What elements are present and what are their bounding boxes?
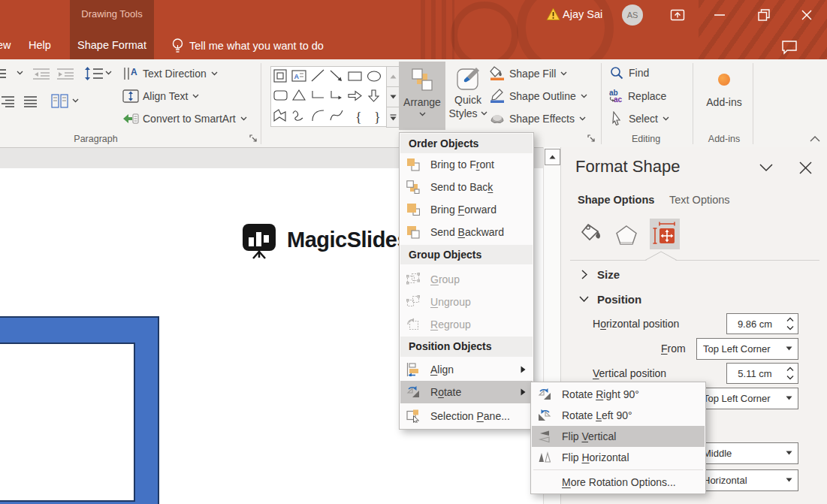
size-properties-tab-icon[interactable]: [650, 219, 680, 249]
select-button[interactable]: Select: [610, 111, 669, 125]
lightbulb-icon: [171, 38, 185, 54]
pane-close-icon[interactable]: [799, 161, 812, 174]
spin-up-icon[interactable]: [786, 367, 794, 372]
menu-item-rotate[interactable]: Rotate: [400, 381, 533, 403]
tab-pointer: [645, 251, 677, 261]
effects-tab-icon[interactable]: [615, 225, 638, 246]
user-name[interactable]: Ajay Sai: [563, 8, 602, 20]
arrow-down-shape: [369, 90, 379, 101]
size-section-header[interactable]: Size: [597, 268, 620, 281]
menu-item-ungroup[interactable]: Ungroup: [400, 291, 533, 313]
menu-item-more-rotation-options[interactable]: More Rotation Options...: [532, 472, 705, 492]
align-right-icon[interactable]: [2, 95, 15, 107]
menu-item-selection-pane[interactable]: Selection Pane...: [400, 405, 533, 427]
size-section-chevron-icon[interactable]: [581, 270, 587, 279]
paragraph-dialog-launcher[interactable]: [249, 134, 258, 143]
pane-collapse-icon[interactable]: [759, 164, 773, 172]
line-spacing-icon[interactable]: [84, 66, 104, 81]
spin-down-icon[interactable]: [786, 325, 794, 330]
replace-button[interactable]: abac Replace: [608, 89, 666, 103]
menu-item-regroup[interactable]: Regroup: [400, 313, 533, 336]
close-button[interactable]: [799, 8, 814, 23]
menu-separator: [533, 469, 703, 470]
ribbon-display-options-button[interactable]: [670, 8, 685, 23]
chevron-down-icon[interactable]: [17, 71, 23, 75]
magicslides-logo-icon: [242, 223, 278, 259]
dropdown-arrow-icon: [786, 396, 792, 400]
minimize-button[interactable]: [712, 8, 727, 23]
menu-item-flip-vertical[interactable]: Flip Vertical: [532, 426, 705, 447]
tab-shape-format[interactable]: Shape Format: [70, 39, 154, 51]
menu-item-send-to-back[interactable]: Send to Back: [400, 176, 533, 198]
shape-fill-button[interactable]: Shape Fill: [490, 66, 567, 80]
convert-to-smartart-button[interactable]: Convert to SmartArt: [122, 111, 247, 126]
position-section-header[interactable]: Position: [597, 293, 641, 306]
menu-item-rotate-left-90[interactable]: Rotate Left 90°: [532, 405, 705, 426]
selection-pane-icon: [406, 409, 420, 423]
comments-icon[interactable]: [781, 40, 798, 55]
numbering-icon[interactable]: [0, 67, 14, 80]
svg-text:ac: ac: [614, 95, 623, 103]
menu-item-group[interactable]: Group: [400, 268, 533, 291]
shape-effects-button[interactable]: Shape Effects: [490, 111, 586, 125]
position-section-chevron-icon[interactable]: [579, 296, 589, 302]
tab-help[interactable]: Help: [29, 39, 51, 51]
position-objects-header: Position Objects: [400, 337, 533, 357]
warning-icon[interactable]: [546, 8, 560, 21]
smartart-icon: [122, 111, 139, 126]
text-direction-button[interactable]: A Text Direction: [122, 66, 218, 81]
horizontal-position-input[interactable]: 9.86 cm: [726, 313, 798, 334]
vertical-alignment-dropdown[interactable]: Middle: [696, 442, 798, 464]
frame-shape: [274, 70, 286, 82]
tab-text-options[interactable]: Text Options: [669, 194, 730, 206]
arrange-button[interactable]: Arrange: [399, 62, 445, 130]
group-objects-header: Group Objects: [400, 245, 533, 264]
align-text-icon: [122, 89, 139, 104]
columns-icon[interactable]: [51, 94, 69, 108]
avatar[interactable]: AS: [622, 5, 643, 26]
menu-item-send-backward[interactable]: Send Backward: [400, 221, 533, 243]
justify-icon[interactable]: [24, 95, 38, 107]
decrease-indent-icon[interactable]: [33, 67, 50, 80]
menu-item-bring-to-front[interactable]: Bring to Front: [400, 153, 533, 176]
fill-line-tab-icon[interactable]: [579, 223, 603, 246]
spin-up-icon[interactable]: [786, 317, 794, 322]
shape-outline-button[interactable]: Shape Outline: [490, 89, 587, 103]
restore-button[interactable]: [756, 8, 771, 23]
menu-item-flip-horizontal[interactable]: Flip Horizontal: [532, 447, 705, 468]
increase-indent-icon[interactable]: [57, 67, 74, 80]
quick-styles-icon: [455, 66, 481, 92]
text-direction-value: Horizontal: [703, 470, 747, 490]
arrow-shape: [330, 71, 342, 81]
elbow-arrow-connector-shape: [331, 91, 342, 100]
add-ins-button[interactable]: Add-ins: [702, 65, 746, 129]
arrange-icon: [411, 68, 433, 92]
vertical-position-input[interactable]: 5.11 cm: [726, 363, 798, 384]
collapse-ribbon-button[interactable]: [810, 135, 820, 142]
triangle-shape: [293, 90, 305, 100]
text-direction-dropdown[interactable]: Horizontal: [696, 469, 798, 491]
menu-item-bring-forward[interactable]: Bring Forward: [400, 198, 533, 221]
bring-to-front-icon: [406, 158, 420, 171]
from-dropdown-2[interactable]: Top Left Corner: [696, 388, 798, 409]
scroll-up-button[interactable]: [545, 149, 560, 165]
shape-outline-icon: [490, 89, 505, 103]
magicslides-logo[interactable]: MagicSlides: [242, 223, 409, 259]
tab-shape-options[interactable]: Shape Options: [578, 194, 654, 206]
align-text-button[interactable]: Align Text: [122, 89, 199, 104]
quick-styles-button[interactable]: Quick Styles: [448, 63, 487, 130]
tell-me-box[interactable]: Tell me what you want to do: [189, 40, 324, 52]
spin-down-icon[interactable]: [786, 375, 794, 380]
find-button[interactable]: Find: [610, 66, 649, 80]
chevron-down-icon[interactable]: [105, 71, 112, 75]
shapes-gallery[interactable]: A { }: [270, 66, 387, 127]
elbow-connector-shape: [312, 91, 324, 98]
rotate-submenu: Rotate Right 90° Rotate Left 90° Flip Ve…: [530, 382, 706, 494]
menu-item-align[interactable]: Align: [400, 358, 533, 381]
drawing-dialog-launcher[interactable]: [587, 134, 596, 143]
chevron-down-icon[interactable]: [72, 98, 79, 103]
tab-view-partial[interactable]: ew: [0, 39, 11, 51]
replace-label: Replace: [628, 90, 666, 102]
from-dropdown[interactable]: Top Left Corner: [696, 338, 798, 360]
menu-item-rotate-right-90[interactable]: Rotate Right 90°: [532, 384, 705, 405]
